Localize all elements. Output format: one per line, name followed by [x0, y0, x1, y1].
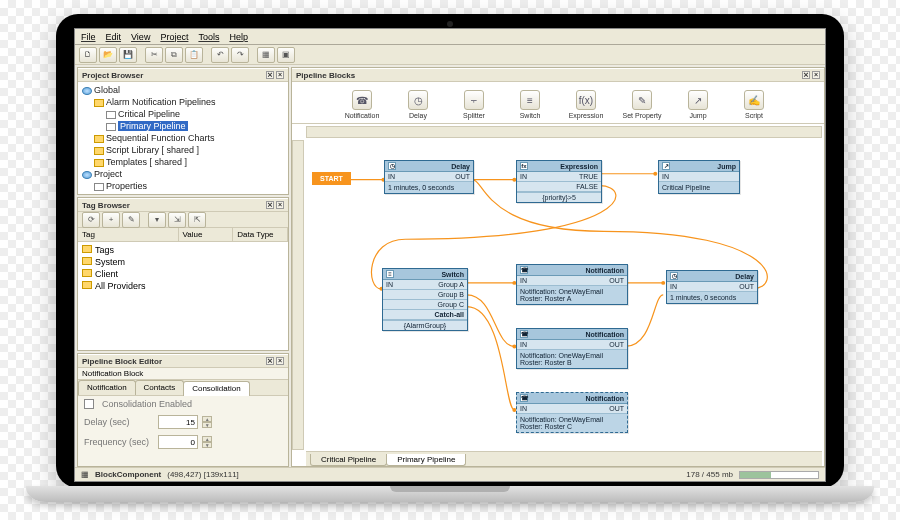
- close-icon[interactable]: ×: [812, 71, 820, 79]
- delay-block-2[interactable]: ◷Delay INOUT 1 minutes, 0 seconds: [666, 270, 758, 304]
- tree-node-sfc[interactable]: Sequential Function Charts: [106, 133, 215, 143]
- panel-title: Pipeline Block Editor ⤫×: [78, 354, 288, 368]
- export-icon[interactable]: ⇲: [168, 212, 186, 228]
- tree-node-global[interactable]: Global: [94, 85, 120, 95]
- col-tag[interactable]: Tag: [78, 228, 179, 241]
- tag-node[interactable]: All Providers: [95, 281, 146, 291]
- notification-block-c[interactable]: ☎Notification INOUT Notification: OneWay…: [516, 392, 628, 433]
- block-expression-button[interactable]: f(x)Expression: [564, 90, 608, 119]
- phone-icon: ☎: [520, 330, 528, 338]
- project-browser-panel: Project Browser ⤫× Global Alarm Notifica…: [77, 67, 289, 195]
- project-tree[interactable]: Global Alarm Notification Pipelines Crit…: [78, 82, 288, 194]
- tree-node-project[interactable]: Project: [94, 169, 122, 179]
- pin-icon[interactable]: ⤫: [266, 357, 274, 365]
- edit-tag-icon[interactable]: ✎: [122, 212, 140, 228]
- menu-view[interactable]: View: [131, 32, 150, 42]
- menu-help[interactable]: Help: [229, 32, 248, 42]
- tag-tree[interactable]: Tags System Client All Providers: [78, 242, 288, 350]
- undo-icon[interactable]: ↶: [211, 47, 229, 63]
- separator: [251, 47, 255, 63]
- block-script-button[interactable]: ✍Script: [732, 90, 776, 119]
- expression-block[interactable]: fxExpression INTRUE FALSE {priority}>5: [516, 160, 602, 203]
- status-memory-bar: [739, 471, 819, 479]
- tree-node-scriptlib[interactable]: Script Library [ shared ]: [106, 145, 199, 155]
- open-icon[interactable]: 📂: [99, 47, 117, 63]
- col-value[interactable]: Value: [179, 228, 234, 241]
- menu-file[interactable]: File: [81, 32, 96, 42]
- block-footer: {AlarmGroup}: [383, 320, 467, 330]
- jump-block[interactable]: ↗Jump IN Critical Pipeline: [658, 160, 740, 194]
- delay-input[interactable]: [158, 415, 198, 429]
- copy-icon[interactable]: ⧉: [165, 47, 183, 63]
- paste-icon[interactable]: 📋: [185, 47, 203, 63]
- port-out: OUT: [455, 173, 470, 180]
- globe-icon: [82, 171, 92, 179]
- tab-consolidation[interactable]: Consolidation: [183, 381, 249, 396]
- pin-icon[interactable]: ⤫: [802, 71, 810, 79]
- delay-label: Delay (sec): [84, 417, 154, 427]
- block-setproperty-button[interactable]: ✎Set Property: [620, 90, 664, 119]
- block-line: Roster: Roster A: [520, 295, 624, 302]
- tag-node[interactable]: Client: [95, 269, 118, 279]
- port-catchall: Catch-all: [434, 311, 464, 318]
- ruler-vertical: [292, 140, 304, 450]
- arrow-icon: ↗: [662, 162, 670, 170]
- port-false: FALSE: [576, 183, 598, 190]
- tree-node-properties[interactable]: Properties: [106, 181, 147, 191]
- block-label: Script: [745, 112, 763, 119]
- block-notification-button[interactable]: ☎Notification: [340, 90, 384, 119]
- canvas-tab-critical[interactable]: Critical Pipeline: [310, 454, 387, 466]
- block-label: Delay: [409, 112, 427, 119]
- add-tag-icon[interactable]: +: [102, 212, 120, 228]
- port-in: IN: [520, 277, 527, 284]
- arrow-icon: ↗: [688, 90, 708, 110]
- save-icon[interactable]: 💾: [119, 47, 137, 63]
- tab-contacts[interactable]: Contacts: [135, 380, 185, 395]
- grid-icon[interactable]: ▦: [257, 47, 275, 63]
- block-switch-button[interactable]: ≡Switch: [508, 90, 552, 119]
- pin-icon[interactable]: ⤫: [266, 201, 274, 209]
- close-icon[interactable]: ×: [276, 71, 284, 79]
- switch-block[interactable]: ≡Switch INGroup A Group B Group C Catch-…: [382, 268, 468, 331]
- clock-icon: ◷: [388, 162, 396, 170]
- freq-input[interactable]: [158, 435, 198, 449]
- menu-project[interactable]: Project: [160, 32, 188, 42]
- import-icon[interactable]: ⇱: [188, 212, 206, 228]
- tab-notification[interactable]: Notification: [78, 380, 136, 395]
- switch-icon: ≡: [520, 90, 540, 110]
- block-title: Notification: [586, 331, 625, 338]
- menu-tools[interactable]: Tools: [198, 32, 219, 42]
- tree-node-alarm-pipelines[interactable]: Alarm Notification Pipelines: [106, 97, 216, 107]
- tree-node-templates[interactable]: Templates [ shared ]: [106, 157, 187, 167]
- refresh-icon[interactable]: ⟳: [82, 212, 100, 228]
- tree-node-scripts[interactable]: Scripts: [106, 193, 134, 194]
- status-grid-icon[interactable]: ▦: [81, 470, 89, 479]
- canvas-tab-primary[interactable]: Primary Pipeline: [386, 454, 466, 466]
- port-group-b: Group B: [438, 291, 464, 298]
- block-delay-button[interactable]: ◷Delay: [396, 90, 440, 119]
- cut-icon[interactable]: ✂: [145, 47, 163, 63]
- new-icon[interactable]: 🗋: [79, 47, 97, 63]
- menu-edit[interactable]: Edit: [106, 32, 122, 42]
- block-splitter-button[interactable]: ⫟Splitter: [452, 90, 496, 119]
- close-icon[interactable]: ×: [276, 357, 284, 365]
- pin-icon[interactable]: ⤫: [266, 71, 274, 79]
- close-icon[interactable]: ×: [276, 201, 284, 209]
- snap-icon[interactable]: ▣: [277, 47, 295, 63]
- consolidation-checkbox[interactable]: [84, 399, 94, 409]
- start-block[interactable]: START: [312, 172, 351, 185]
- redo-icon[interactable]: ↷: [231, 47, 249, 63]
- tree-node-primary[interactable]: Primary Pipeline: [118, 121, 188, 131]
- pipeline-canvas[interactable]: START ◷Delay INOUT 1 minutes, 0 seconds …: [306, 140, 822, 450]
- spin-down-icon[interactable]: ▾: [202, 422, 212, 428]
- tree-node-critical[interactable]: Critical Pipeline: [118, 109, 180, 119]
- col-datatype[interactable]: Data Type: [233, 228, 288, 241]
- tag-node[interactable]: System: [95, 257, 125, 267]
- notification-block-b[interactable]: ☎Notification INOUT Notification: OneWay…: [516, 328, 628, 369]
- block-jump-button[interactable]: ↗Jump: [676, 90, 720, 119]
- notification-block-a[interactable]: ☎Notification INOUT Notification: OneWay…: [516, 264, 628, 305]
- filter-icon[interactable]: ▾: [148, 212, 166, 228]
- delay-block-1[interactable]: ◷Delay INOUT 1 minutes, 0 seconds: [384, 160, 474, 194]
- spin-down-icon[interactable]: ▾: [202, 442, 212, 448]
- tag-node[interactable]: Tags: [95, 245, 114, 255]
